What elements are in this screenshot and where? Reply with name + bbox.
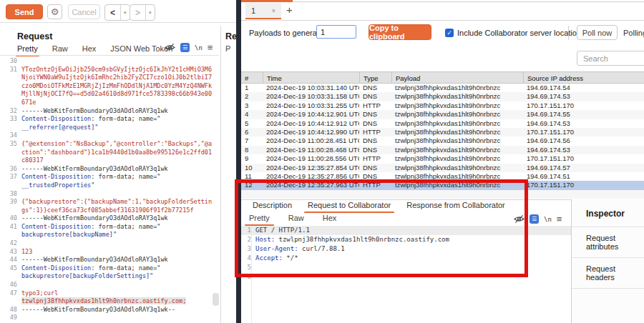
table-cell: HTTP: [359, 181, 391, 189]
tab-response-from-collaborator[interactable]: Response from Collaborator: [399, 201, 513, 212]
column-header-[interactable]: #: [241, 72, 263, 83]
code-line[interactable]: 46: [3, 281, 219, 289]
table-cell: 194.69.174.57: [523, 164, 644, 172]
code-line[interactable]: 3User-Agent: curl/7.88.1: [241, 244, 571, 254]
subtab-hex[interactable]: Hex: [318, 214, 341, 225]
code-line[interactable]: 49: [3, 314, 219, 322]
table-row[interactable]: 122024-Dec-19 12:35:27.963 UTCHTTPtzwlpn…: [241, 181, 644, 189]
code-line[interactable]: 36------WebKitFormBoundaryO3dAOdloRAY3q1…: [3, 165, 219, 174]
subtab-raw[interactable]: Raw: [284, 214, 308, 225]
editor-menu-icon[interactable]: ≡: [208, 43, 213, 52]
line-number: 6: [241, 272, 255, 282]
search-input[interactable]: [577, 51, 644, 66]
code-line[interactable]: 48------WebKitFormBoundaryO3dAOdloRAY3q1…: [3, 306, 219, 314]
show-newlines-icon[interactable]: \n: [544, 216, 552, 223]
table-row[interactable]: 92024-Dec-19 11:00:28.556 UTCHTTPtzwlpnj…: [241, 154, 644, 163]
code-segment: ------WebKitFormBoundaryO3dAOdloRAY3q1wk: [21, 214, 168, 222]
table-row[interactable]: 52024-Dec-19 10:44:12.912 UTCDNStzwlpnj3…: [241, 119, 644, 128]
code-line[interactable]: 42: [3, 239, 219, 248]
table-row[interactable]: 12024-Dec-19 10:03:31.140 UTCDNStzwlpnj3…: [241, 84, 644, 92]
code-line[interactable]: 47typo3;curl tzwlpnj38fhhpkvxdas1hlt9h0n…: [3, 289, 219, 306]
line-content: {"@extension":"NsBackup","@controller":"…: [21, 140, 219, 165]
send-button[interactable]: Send: [6, 4, 43, 19]
gear-icon: ⚙: [51, 6, 59, 17]
line-number: 39: [3, 198, 21, 214]
code-line[interactable]: 4Accept: */*: [241, 254, 571, 263]
table-row[interactable]: 42024-Dec-19 10:44:12.901 UTCDNStzwlpnj3…: [241, 110, 644, 119]
request-to-collaborator-editor[interactable]: 1GET / HTTP/1.12Host: tzwlpnj38fhhpkvxda…: [241, 226, 571, 281]
code-line[interactable]: 5: [241, 263, 571, 272]
table-row[interactable]: 62024-Dec-19 10:44:12.990 UTCHTTPtzwlpnj…: [241, 128, 644, 136]
line-content: [21, 239, 219, 248]
code-line[interactable]: 39{"backuprestore":{"backupName":1,"back…: [3, 198, 219, 214]
inspector-title: Inspector: [572, 199, 644, 227]
table-cell: 170.17.151.170: [523, 154, 644, 163]
table-row[interactable]: 32024-Dec-19 10:03:31.255 UTCHTTPtzwlpnj…: [241, 101, 644, 110]
tab-request-to-collaborator[interactable]: Request to Collaborator: [300, 201, 399, 212]
column-header-type[interactable]: Type: [359, 72, 391, 83]
forward-arrow-label: >: [130, 5, 145, 20]
table-cell: tzwlpnj38fhhpkvxdas1hlt9h0nrbnzc: [391, 92, 523, 101]
table-row[interactable]: 22024-Dec-19 10:03:31.158 UTCDNStzwlpnj3…: [241, 92, 644, 101]
scrollbar-thumb[interactable]: [213, 293, 219, 306]
code-line[interactable]: 43123: [3, 248, 219, 257]
table-cell: 194.69.174.53: [523, 119, 644, 128]
code-line[interactable]: 2Host: tzwlpnj38fhhpkvxdas1hlt9h0nrbnzc.…: [241, 235, 571, 244]
code-line[interactable]: 35{"@extension":"NsBackup","@controller"…: [3, 140, 219, 165]
code-line[interactable]: 1GET / HTTP/1.1: [241, 226, 571, 235]
settings-button[interactable]: ⚙: [47, 4, 62, 19]
inspector-section-request-attributes[interactable]: Request attributes: [572, 227, 644, 258]
line-content: ------WebKitFormBoundaryO3dAOdloRAY3q1wk…: [21, 306, 219, 314]
table-cell: 2024-Dec-19 10:44:12.901 UTC: [263, 110, 359, 119]
code-line[interactable]: 31YTozOntzOjEwOiJjb250cm9sbGVyIjtzOjc6Ik…: [3, 66, 219, 107]
forward-dropdown[interactable]: ▾: [145, 5, 155, 20]
table-cell: DNS: [359, 110, 391, 119]
soft-wrap-icon[interactable]: ☰: [180, 43, 190, 52]
code-line[interactable]: 44------WebKitFormBoundaryO3dAOdloRAY3q1…: [3, 256, 219, 264]
show-newlines-icon[interactable]: \n: [195, 44, 203, 51]
hide-nonprinting-icon[interactable]: [165, 43, 175, 52]
inspector-section-request-headers[interactable]: Request headers: [572, 258, 644, 289]
code-line[interactable]: 38: [3, 190, 219, 199]
editor-menu-icon[interactable]: ≡: [557, 214, 562, 224]
table-row[interactable]: 112024-Dec-19 12:35:27.856 UTCDNStzwlpnj…: [241, 172, 644, 181]
code-line[interactable]: 30: [3, 57, 219, 66]
table-row[interactable]: 82024-Dec-19 11:00:28.468 UTCDNStzwlpnj3…: [241, 146, 644, 154]
code-line[interactable]: 40------WebKitFormBoundaryO3dAOdloRAY3q1…: [3, 214, 219, 223]
table-row[interactable]: 72024-Dec-19 11:00:28.451 UTCDNStzwlpnj3…: [241, 136, 644, 145]
table-cell: 11: [241, 172, 263, 181]
column-header-source-ip-address[interactable]: Source IP address: [523, 72, 644, 83]
server-location-checkbox[interactable]: ✓: [445, 29, 454, 37]
code-line[interactable]: 34: [3, 131, 219, 140]
code-line[interactable]: 37Content-Disposition: form-data; name="…: [3, 173, 219, 189]
code-line[interactable]: 41Content-Disposition: form-data; name="…: [3, 223, 219, 239]
code-segment: Content-Disposition: [21, 223, 91, 230]
close-icon[interactable]: ×: [272, 7, 275, 14]
payloads-label: Payloads to generate:: [249, 29, 326, 37]
poll-now-button[interactable]: Poll now: [577, 25, 618, 40]
new-tab-button[interactable]: +: [286, 4, 293, 16]
request-editor[interactable]: 30 31YTozOntzOjEwOiJjb250cm9sbGVyIjtzOjc…: [3, 57, 219, 322]
soft-wrap-icon[interactable]: ☰: [530, 214, 539, 224]
payloads-input[interactable]: [316, 25, 356, 39]
code-line[interactable]: 32------WebKitFormBoundaryO3dAOdloRAY3q1…: [3, 107, 219, 116]
tab-description[interactable]: Description: [245, 201, 300, 212]
collaborator-tab-1[interactable]: 1 ×: [245, 3, 281, 19]
copy-to-clipboard-button[interactable]: Copy to clipboard: [369, 24, 431, 40]
code-segment: : form-data; name=": [91, 115, 160, 122]
forward-button[interactable]: > ▾: [130, 4, 155, 21]
column-header-time[interactable]: Time: [263, 72, 359, 83]
code-line[interactable]: 33Content-Disposition: form-data; name="…: [3, 115, 219, 131]
cancel-button[interactable]: Cancel: [68, 4, 100, 19]
back-dropdown[interactable]: ▾: [120, 5, 130, 20]
code-line[interactable]: 45Content-Disposition: form-data; name="…: [3, 264, 219, 281]
table-row[interactable]: 102024-Dec-19 12:35:27.854 UTCDNStzwlpnj…: [241, 164, 644, 172]
line-content: [21, 190, 219, 199]
column-header-payload[interactable]: Payload: [391, 72, 523, 83]
hide-nonprinting-icon[interactable]: [514, 214, 525, 224]
line-content: User-Agent: curl/7.88.1: [255, 244, 345, 254]
back-button[interactable]: < ▾: [104, 4, 130, 21]
code-line[interactable]: 6: [241, 272, 571, 282]
line-content: 123: [21, 248, 219, 257]
subtab-pretty[interactable]: Pretty: [245, 214, 274, 225]
